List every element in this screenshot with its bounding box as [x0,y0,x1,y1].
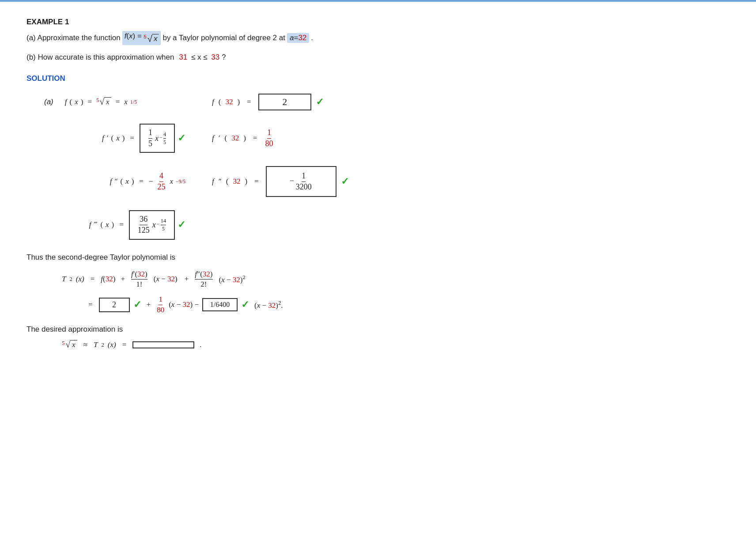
line2-denom: 80 [157,305,164,314]
radical-symbol-header: √ [147,34,152,44]
fx-paren2: ) [81,98,83,106]
fp32-denom: 80 [265,139,273,149]
fpx-boxed: 1 5 x − 4 5 [140,124,175,153]
fppx-x2: x [170,177,174,186]
fpx-paren: ( [111,134,113,143]
part-a-degree-text: by a Taylor polynomial of degree 2 at [163,34,285,42]
desired-formula: 5√x ≈ T2(x) = . [62,340,730,350]
radical-wrap-header: 5√x [144,34,159,44]
fx-power-exp: 1/5 [130,99,137,106]
math-section: (a) f(x) = 5√x = x1/5 f(32) = 2 ✓ f′(x) … [44,94,730,240]
fpppx-exp-numer: 14 [161,218,166,225]
part-a-statement: (a) Approximate the function f(x) = 5√x … [26,31,730,45]
line2-plus: + [147,300,151,309]
f32-label: f [212,98,214,106]
fpppx-check: ✓ [178,219,185,231]
part-b-qmark: ? [222,53,226,61]
desired-T2-sub: 2 [101,342,104,348]
fpx-check: ✓ [178,132,185,144]
fpp32-paren: ( [226,177,229,186]
part-b-lower: 31 [179,53,187,61]
fp32-eq: = [253,134,257,143]
fpx-exp-frac: 4 5 [163,131,166,145]
line2-term2: (x − 32)2. [254,300,283,310]
desired-eq: = [122,340,127,349]
part-b-text: (b) How accurate is this approximation w… [26,53,174,61]
fppx-exp: −9/5 [176,178,185,185]
taylor-line1: T2(x) = f(32) + f′(32) 1! (x − 32) + f″(… [62,270,730,289]
T2-plus1: + [121,275,125,284]
f32-val: 32 [225,98,233,106]
fppx-frac: 4 25 [158,171,166,192]
fppx-label: f [110,177,112,186]
T2-frac1: f′(32) 1! [131,270,147,289]
row-fpppx: f‴(x) = 36 125 x − 14 5 ✓ [44,210,730,239]
part-a-label: (a) [44,98,53,106]
desired-rad-idx: 5 [62,340,64,347]
fpppx-exp-frac: 14 5 [161,218,166,232]
T2-sub: 2 [69,276,72,283]
T2-label: T [62,275,66,284]
line2-eq: = [88,300,93,309]
fp32-numer: 1 [267,128,271,139]
fpp32-eq: = [254,177,259,186]
part-b-upper: 33 [211,53,219,61]
part-a-highlight: f(x) = 5√x [122,31,161,45]
part-a-prefix: (a) Approximate the function [26,34,121,42]
fx-x: x [75,98,78,106]
fpp32-denom: 3200 [296,182,312,192]
part-a-a-highlight: a = 32 [287,33,309,43]
T2-eq: = [91,275,95,284]
radical-index-header: 5 [144,34,147,39]
desired-radical: 5√x [62,340,77,350]
fpp32-prime2: ″ [219,177,222,186]
line2-box2: 1/6400 [202,298,238,311]
fpppx-numer: 36 [140,215,147,225]
desired-T2-paren: (x) [108,340,116,349]
fpx-x2: x [155,134,159,143]
fp32-right: f′(32) = 1 80 [212,128,274,148]
fppx-eq: = [139,177,144,186]
fppx-numer: 4 [159,171,163,182]
row-fppx: f″(x) = − 4 25 x−9/5 f″(32) = − 1 3200 ✓ [44,166,730,197]
f32-check: ✓ [316,96,324,108]
fpx-numer: 1 [148,128,152,139]
T2-frac2: f″(32) 2! [195,270,212,289]
a-value: 32 [298,34,306,42]
fpp32-val: 32 [233,177,241,186]
fpx-exp-numer: 4 [163,131,166,139]
line2-numer: 1 [159,295,163,305]
fpx-x: x [116,134,120,143]
f32-eq: = [247,98,251,106]
line2-term1: (x − 32) − [169,300,199,309]
fpp32-box: − 1 3200 [266,166,336,197]
fpppx-boxed: 36 125 x − 14 5 [129,210,175,239]
fpppx-x2: x [152,220,156,230]
line2-box: 2 [99,298,130,312]
fppx-prime2: ″ [114,177,117,186]
fpx-paren2: ) [122,134,125,143]
fppx-close: ) [132,177,134,186]
desired-text: The desired approximation is [26,325,730,334]
line2-frac: 1 80 [157,295,164,314]
fpppx-prime3: ‴ [94,220,98,230]
fpppx-x: x [106,220,109,229]
T2-paren: (x) [76,275,84,284]
part-b-statement: (b) How accurate is this approximation w… [26,53,730,62]
second-degree-text: Thus the second-degree Taylor polynomial… [26,253,730,262]
fpx-exp-wrap: − 4 5 [159,131,167,145]
fp32-prime: ′ [219,134,220,143]
fx-close: ) = [133,32,144,40]
fpp32-numer: 1 [302,171,306,182]
fpx-exp-denom: 5 [163,139,166,146]
line2-check: ✓ [133,299,141,310]
desired-T2: T [94,340,98,349]
T2-frac2-denom: 2! [200,280,207,289]
fpx-prime: ′ [107,134,109,143]
desired-period: . [200,340,201,349]
fpppx-denom: 125 [138,225,150,235]
radical-content-header: x [152,34,159,43]
part-b-ineq: ≤ x ≤ [191,53,208,61]
fppx-neg: − [149,177,153,186]
f32-right: f(32) = 2 ✓ [212,94,324,110]
